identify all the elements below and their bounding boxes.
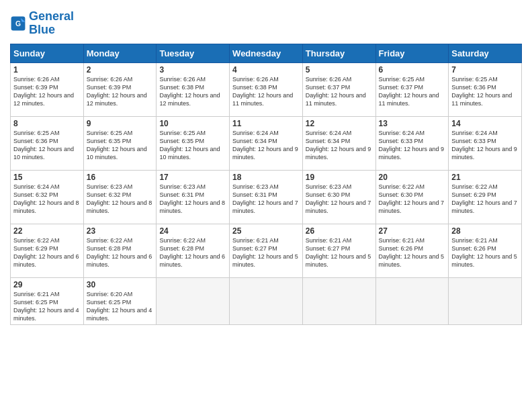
day-info: Sunrise: 6:25 AM Sunset: 6:36 PM Dayligh…	[451, 75, 519, 108]
logo: G General Blue	[10, 10, 74, 37]
calendar-week-1: 1 Sunrise: 6:26 AM Sunset: 6:39 PM Dayli…	[11, 62, 522, 116]
calendar-cell: 24 Sunrise: 6:22 AM Sunset: 6:28 PM Dayl…	[157, 224, 230, 277]
day-number: 29	[13, 280, 81, 289]
sunrise-label: Sunrise: 6:26 AM	[13, 76, 60, 83]
day-number: 3	[159, 65, 226, 75]
day-info: Sunrise: 6:24 AM Sunset: 6:33 PM Dayligh…	[379, 129, 446, 162]
calendar-cell: 20 Sunrise: 6:22 AM Sunset: 6:30 PM Dayl…	[375, 170, 449, 224]
day-info: Sunrise: 6:20 AM Sunset: 6:25 PM Dayligh…	[87, 290, 154, 323]
day-info: Sunrise: 6:25 AM Sunset: 6:36 PM Dayligh…	[13, 129, 81, 162]
sunset-label: Sunset: 6:25 PM	[13, 299, 58, 306]
weekday-header-thursday: Thursday	[302, 44, 375, 62]
calendar-header-row: SundayMondayTuesdayWednesdayThursdayFrid…	[11, 44, 522, 62]
sunset-label: Sunset: 6:39 PM	[13, 84, 58, 91]
sunset-label: Sunset: 6:35 PM	[87, 138, 132, 144]
sunrise-label: Sunrise: 6:22 AM	[379, 183, 425, 190]
day-number: 10	[159, 119, 226, 128]
sunrise-label: Sunrise: 6:21 AM	[306, 237, 352, 244]
day-info: Sunrise: 6:21 AM Sunset: 6:27 PM Dayligh…	[306, 236, 373, 269]
day-number: 13	[379, 119, 446, 128]
day-number: 5	[306, 65, 373, 75]
daylight-label: Daylight: 12 hours and 11 minutes.	[379, 92, 439, 107]
daylight-label: Daylight: 12 hours and 7 minutes.	[451, 199, 517, 214]
day-number: 17	[159, 173, 226, 182]
day-info: Sunrise: 6:23 AM Sunset: 6:30 PM Dayligh…	[306, 183, 373, 216]
day-number: 16	[87, 173, 154, 182]
calendar-cell: 15 Sunrise: 6:24 AM Sunset: 6:32 PM Dayl…	[11, 170, 84, 224]
calendar-week-2: 8 Sunrise: 6:25 AM Sunset: 6:36 PM Dayli…	[11, 116, 522, 170]
calendar-cell: 12 Sunrise: 6:24 AM Sunset: 6:34 PM Dayl…	[302, 116, 375, 170]
daylight-label: Daylight: 12 hours and 6 minutes.	[13, 253, 79, 268]
daylight-label: Daylight: 12 hours and 8 minutes.	[87, 199, 152, 214]
calendar-cell: 18 Sunrise: 6:23 AM Sunset: 6:31 PM Dayl…	[230, 170, 303, 224]
daylight-label: Daylight: 12 hours and 5 minutes.	[451, 253, 517, 268]
calendar-cell: 30 Sunrise: 6:20 AM Sunset: 6:25 PM Dayl…	[83, 277, 157, 325]
day-info: Sunrise: 6:21 AM Sunset: 6:27 PM Dayligh…	[232, 236, 300, 269]
calendar-cell: 8 Sunrise: 6:25 AM Sunset: 6:36 PM Dayli…	[11, 116, 84, 170]
calendar-cell	[230, 277, 303, 325]
sunrise-label: Sunrise: 6:26 AM	[87, 76, 133, 83]
sunrise-label: Sunrise: 6:23 AM	[159, 183, 206, 190]
day-number: 6	[379, 65, 446, 75]
sunset-label: Sunset: 6:29 PM	[13, 245, 58, 252]
day-number: 18	[232, 173, 300, 182]
daylight-label: Daylight: 12 hours and 9 minutes.	[451, 146, 517, 161]
day-info: Sunrise: 6:23 AM Sunset: 6:32 PM Dayligh…	[87, 183, 154, 216]
calendar-cell	[157, 277, 230, 325]
day-number: 12	[306, 119, 373, 128]
sunrise-label: Sunrise: 6:24 AM	[451, 130, 498, 136]
day-info: Sunrise: 6:26 AM Sunset: 6:38 PM Dayligh…	[232, 75, 300, 108]
day-info: Sunrise: 6:22 AM Sunset: 6:30 PM Dayligh…	[379, 183, 446, 216]
calendar-cell	[449, 277, 522, 325]
sunrise-label: Sunrise: 6:21 AM	[451, 237, 498, 244]
daylight-label: Daylight: 12 hours and 12 minutes.	[87, 92, 147, 107]
day-number: 21	[451, 173, 519, 182]
sunset-label: Sunset: 6:38 PM	[232, 84, 277, 91]
daylight-label: Daylight: 12 hours and 9 minutes.	[379, 146, 445, 161]
daylight-label: Daylight: 12 hours and 10 minutes.	[87, 146, 147, 161]
sunrise-label: Sunrise: 6:24 AM	[232, 130, 279, 136]
sunrise-label: Sunrise: 6:21 AM	[13, 291, 60, 298]
calendar-cell: 10 Sunrise: 6:25 AM Sunset: 6:35 PM Dayl…	[157, 116, 230, 170]
sunset-label: Sunset: 6:26 PM	[379, 245, 424, 252]
sunrise-label: Sunrise: 6:24 AM	[306, 130, 352, 136]
weekday-header-saturday: Saturday	[449, 44, 522, 62]
sunrise-label: Sunrise: 6:23 AM	[87, 183, 133, 190]
sunrise-label: Sunrise: 6:21 AM	[232, 237, 279, 244]
sunset-label: Sunset: 6:27 PM	[232, 245, 277, 252]
calendar-cell: 1 Sunrise: 6:26 AM Sunset: 6:39 PM Dayli…	[11, 62, 84, 116]
sunset-label: Sunset: 6:33 PM	[451, 138, 496, 144]
day-number: 20	[379, 173, 446, 182]
day-number: 26	[306, 226, 373, 236]
day-info: Sunrise: 6:26 AM Sunset: 6:39 PM Dayligh…	[87, 75, 154, 108]
sunrise-label: Sunrise: 6:24 AM	[13, 183, 60, 190]
daylight-label: Daylight: 12 hours and 5 minutes.	[306, 253, 371, 268]
sunrise-label: Sunrise: 6:23 AM	[306, 183, 352, 190]
day-info: Sunrise: 6:22 AM Sunset: 6:29 PM Dayligh…	[451, 183, 519, 216]
sunset-label: Sunset: 6:39 PM	[87, 84, 132, 91]
day-number: 19	[306, 173, 373, 182]
calendar-cell: 5 Sunrise: 6:26 AM Sunset: 6:37 PM Dayli…	[302, 62, 375, 116]
day-number: 27	[379, 226, 446, 236]
sunset-label: Sunset: 6:31 PM	[159, 191, 204, 198]
sunset-label: Sunset: 6:27 PM	[306, 245, 351, 252]
sunrise-label: Sunrise: 6:21 AM	[379, 237, 425, 244]
calendar-week-3: 15 Sunrise: 6:24 AM Sunset: 6:32 PM Dayl…	[11, 170, 522, 224]
day-info: Sunrise: 6:22 AM Sunset: 6:28 PM Dayligh…	[159, 236, 226, 269]
day-number: 14	[451, 119, 519, 128]
day-info: Sunrise: 6:24 AM Sunset: 6:34 PM Dayligh…	[232, 129, 300, 162]
sunset-label: Sunset: 6:35 PM	[159, 138, 204, 144]
day-info: Sunrise: 6:23 AM Sunset: 6:31 PM Dayligh…	[232, 183, 300, 216]
logo-text: General Blue	[29, 10, 74, 37]
page-header: G General Blue	[10, 10, 522, 37]
sunrise-label: Sunrise: 6:25 AM	[451, 76, 498, 83]
daylight-label: Daylight: 12 hours and 5 minutes.	[232, 253, 298, 268]
day-number: 4	[232, 65, 300, 75]
sunrise-label: Sunrise: 6:24 AM	[379, 130, 425, 136]
day-number: 8	[13, 119, 81, 128]
weekday-header-wednesday: Wednesday	[230, 44, 303, 62]
day-number: 28	[451, 226, 519, 236]
calendar-cell: 11 Sunrise: 6:24 AM Sunset: 6:34 PM Dayl…	[230, 116, 303, 170]
day-number: 24	[159, 226, 226, 236]
calendar-cell: 16 Sunrise: 6:23 AM Sunset: 6:32 PM Dayl…	[83, 170, 157, 224]
